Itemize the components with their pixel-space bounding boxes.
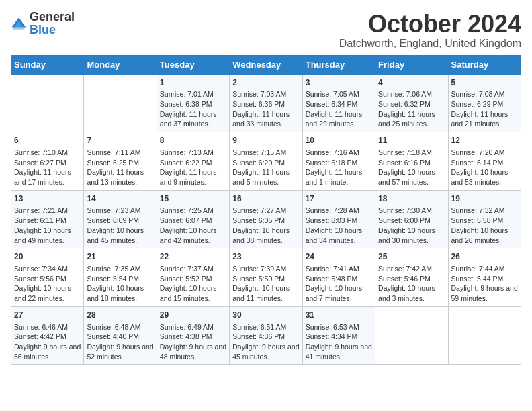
day-number: 14 [87,193,153,205]
calendar-cell: 18Sunrise: 7:30 AM Sunset: 6:00 PM Dayli… [375,190,448,248]
day-number: 4 [378,77,445,89]
day-number: 19 [451,193,518,205]
day-number: 26 [451,251,518,263]
weekday-header-cell: Sunday [11,55,84,74]
calendar-cell: 1Sunrise: 7:01 AM Sunset: 6:38 PM Daylig… [157,74,229,132]
calendar-cell: 13Sunrise: 7:21 AM Sunset: 6:11 PM Dayli… [11,190,84,248]
logo-icon [11,15,27,32]
day-info: Sunrise: 7:44 AM Sunset: 5:44 PM Dayligh… [451,264,518,304]
calendar-cell: 20Sunrise: 7:34 AM Sunset: 5:56 PM Dayli… [11,248,84,307]
weekday-header-cell: Thursday [302,55,375,74]
day-info: Sunrise: 7:41 AM Sunset: 5:48 PM Dayligh… [306,264,372,304]
calendar-cell: 29Sunrise: 6:49 AM Sunset: 4:38 PM Dayli… [157,306,229,365]
day-number: 11 [378,135,445,146]
day-number: 1 [160,77,226,89]
calendar-week-row: 20Sunrise: 7:34 AM Sunset: 5:56 PM Dayli… [11,248,521,307]
weekday-header-cell: Wednesday [230,55,302,74]
calendar-cell: 6Sunrise: 7:10 AM Sunset: 6:27 PM Daylig… [11,132,84,191]
calendar-week-row: 6Sunrise: 7:10 AM Sunset: 6:27 PM Daylig… [11,132,521,191]
calendar-cell: 25Sunrise: 7:42 AM Sunset: 5:46 PM Dayli… [375,248,448,307]
logo-general-text: General [30,10,75,24]
day-info: Sunrise: 7:34 AM Sunset: 5:56 PM Dayligh… [14,264,81,304]
calendar-cell: 30Sunrise: 6:51 AM Sunset: 4:36 PM Dayli… [230,306,302,365]
day-info: Sunrise: 7:23 AM Sunset: 6:09 PM Dayligh… [87,205,153,245]
day-info: Sunrise: 7:13 AM Sunset: 6:22 PM Dayligh… [160,148,226,187]
day-info: Sunrise: 7:39 AM Sunset: 5:50 PM Dayligh… [232,264,299,304]
calendar-cell [11,74,84,132]
weekday-header-cell: Monday [84,55,157,74]
calendar-cell: 26Sunrise: 7:44 AM Sunset: 5:44 PM Dayli… [448,248,521,307]
day-number: 21 [87,251,153,263]
calendar-cell: 4Sunrise: 7:06 AM Sunset: 6:32 PM Daylig… [375,74,448,132]
calendar-cell: 24Sunrise: 7:41 AM Sunset: 5:48 PM Dayli… [302,248,375,307]
day-info: Sunrise: 7:03 AM Sunset: 6:36 PM Dayligh… [232,89,299,129]
day-number: 25 [378,251,445,263]
calendar-cell: 17Sunrise: 7:28 AM Sunset: 6:03 PM Dayli… [302,190,375,248]
day-number: 8 [160,135,226,146]
day-number: 9 [232,135,299,146]
day-info: Sunrise: 6:51 AM Sunset: 4:36 PM Dayligh… [232,322,299,362]
calendar-cell: 22Sunrise: 7:37 AM Sunset: 5:52 PM Dayli… [157,248,229,307]
day-info: Sunrise: 6:49 AM Sunset: 4:38 PM Dayligh… [160,322,226,362]
day-info: Sunrise: 7:28 AM Sunset: 6:03 PM Dayligh… [306,205,372,245]
day-number: 31 [306,310,372,321]
day-number: 23 [232,251,299,263]
day-number: 22 [160,251,226,263]
day-info: Sunrise: 7:25 AM Sunset: 6:07 PM Dayligh… [160,205,226,245]
day-number: 18 [378,193,445,205]
page-header: General Blue October 2024 Datchworth, En… [11,11,521,50]
calendar-cell: 9Sunrise: 7:15 AM Sunset: 6:20 PM Daylig… [230,132,302,191]
logo-blue-text: Blue [30,23,56,36]
weekday-header-cell: Saturday [448,55,521,74]
day-info: Sunrise: 7:01 AM Sunset: 6:38 PM Dayligh… [160,89,226,129]
day-info: Sunrise: 7:16 AM Sunset: 6:18 PM Dayligh… [306,148,372,187]
calendar-week-row: 27Sunrise: 6:46 AM Sunset: 4:42 PM Dayli… [11,306,521,365]
logo: General Blue [11,11,75,36]
calendar-cell: 16Sunrise: 7:27 AM Sunset: 6:05 PM Dayli… [230,190,302,248]
day-info: Sunrise: 7:30 AM Sunset: 6:00 PM Dayligh… [378,205,445,245]
weekday-header-cell: Friday [375,55,448,74]
calendar-cell: 7Sunrise: 7:11 AM Sunset: 6:25 PM Daylig… [84,132,157,191]
day-info: Sunrise: 7:32 AM Sunset: 5:58 PM Dayligh… [451,205,518,245]
calendar-cell: 11Sunrise: 7:18 AM Sunset: 6:16 PM Dayli… [375,132,448,191]
day-number: 16 [232,193,299,205]
calendar-cell [84,74,157,132]
calendar-cell: 3Sunrise: 7:05 AM Sunset: 6:34 PM Daylig… [302,74,375,132]
calendar-cell: 15Sunrise: 7:25 AM Sunset: 6:07 PM Dayli… [157,190,229,248]
day-number: 17 [306,193,372,205]
day-info: Sunrise: 7:20 AM Sunset: 6:14 PM Dayligh… [451,148,518,187]
weekday-header-cell: Tuesday [157,55,229,74]
calendar-cell: 21Sunrise: 7:35 AM Sunset: 5:54 PM Dayli… [84,248,157,307]
calendar-table: SundayMondayTuesdayWednesdayThursdayFrid… [11,55,521,365]
day-info: Sunrise: 7:08 AM Sunset: 6:29 PM Dayligh… [451,89,518,129]
calendar-week-row: 13Sunrise: 7:21 AM Sunset: 6:11 PM Dayli… [11,190,521,248]
day-info: Sunrise: 7:37 AM Sunset: 5:52 PM Dayligh… [160,264,226,304]
calendar-cell: 28Sunrise: 6:48 AM Sunset: 4:40 PM Dayli… [84,306,157,365]
day-number: 29 [160,310,226,321]
day-number: 10 [306,135,372,146]
day-number: 5 [451,77,518,89]
calendar-cell: 19Sunrise: 7:32 AM Sunset: 5:58 PM Dayli… [448,190,521,248]
day-number: 3 [306,77,372,89]
day-info: Sunrise: 7:35 AM Sunset: 5:54 PM Dayligh… [87,264,153,304]
day-number: 30 [232,310,299,321]
day-number: 13 [14,193,81,205]
calendar-cell: 5Sunrise: 7:08 AM Sunset: 6:29 PM Daylig… [448,74,521,132]
calendar-body: 1Sunrise: 7:01 AM Sunset: 6:38 PM Daylig… [11,74,521,365]
day-number: 6 [14,135,81,146]
day-number: 20 [14,251,81,263]
day-info: Sunrise: 7:06 AM Sunset: 6:32 PM Dayligh… [378,89,445,129]
day-info: Sunrise: 7:05 AM Sunset: 6:34 PM Dayligh… [306,89,372,129]
day-number: 24 [306,251,372,263]
calendar-cell: 10Sunrise: 7:16 AM Sunset: 6:18 PM Dayli… [302,132,375,191]
month-title: October 2024 [339,11,521,38]
calendar-cell: 12Sunrise: 7:20 AM Sunset: 6:14 PM Dayli… [448,132,521,191]
calendar-cell: 31Sunrise: 6:53 AM Sunset: 4:34 PM Dayli… [302,306,375,365]
day-info: Sunrise: 7:11 AM Sunset: 6:25 PM Dayligh… [87,148,153,187]
calendar-week-row: 1Sunrise: 7:01 AM Sunset: 6:38 PM Daylig… [11,74,521,132]
calendar-cell: 27Sunrise: 6:46 AM Sunset: 4:42 PM Dayli… [11,306,84,365]
day-number: 7 [87,135,153,146]
day-info: Sunrise: 7:27 AM Sunset: 6:05 PM Dayligh… [232,205,299,245]
day-info: Sunrise: 7:10 AM Sunset: 6:27 PM Dayligh… [14,148,81,187]
day-info: Sunrise: 7:42 AM Sunset: 5:46 PM Dayligh… [378,264,445,304]
